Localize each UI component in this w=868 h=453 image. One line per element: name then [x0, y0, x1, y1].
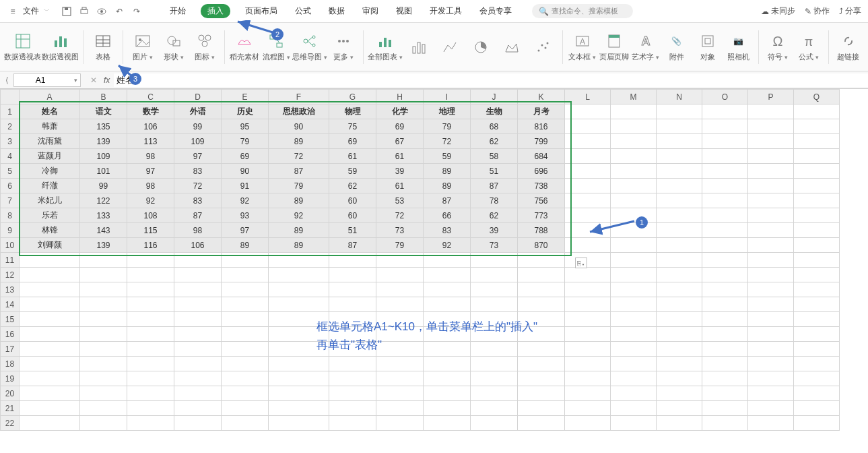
cell[interactable]	[657, 179, 702, 193]
cell[interactable]	[269, 297, 329, 312]
cell[interactable]	[518, 253, 565, 268]
cell[interactable]: 89	[424, 179, 471, 193]
cell[interactable]	[748, 268, 794, 282]
cell[interactable]: 87	[424, 193, 471, 208]
cell[interactable]: 69	[329, 134, 376, 149]
cell[interactable]	[611, 342, 657, 357]
cell[interactable]: 米妃儿	[20, 193, 80, 208]
cell[interactable]	[424, 282, 471, 297]
cell[interactable]	[702, 193, 748, 208]
tab-start[interactable]: 开始	[167, 4, 189, 18]
cell[interactable]	[565, 149, 611, 164]
cell[interactable]: 108	[127, 208, 174, 223]
cell[interactable]: 83	[174, 164, 222, 179]
cell[interactable]	[657, 149, 702, 164]
cell[interactable]	[80, 312, 127, 327]
cell[interactable]	[702, 104, 748, 119]
cell[interactable]: 历史	[222, 104, 269, 119]
save-icon[interactable]	[61, 5, 73, 18]
cell[interactable]	[127, 253, 174, 268]
cell[interactable]	[794, 297, 840, 312]
symbol-button[interactable]: Ω符号▾	[764, 30, 792, 63]
share-button[interactable]: ⤴分享	[839, 5, 861, 17]
cell[interactable]	[794, 386, 840, 401]
cell[interactable]	[657, 193, 702, 208]
cell[interactable]	[611, 149, 657, 164]
cell[interactable]: 97	[127, 164, 174, 179]
tab-view[interactable]: 视图	[393, 4, 415, 18]
cell[interactable]	[127, 327, 174, 342]
cell[interactable]: 83	[424, 223, 471, 238]
cell[interactable]: 61	[376, 179, 424, 193]
cell[interactable]	[174, 401, 222, 416]
cell[interactable]: 90	[222, 164, 269, 179]
cell[interactable]: 78	[471, 193, 518, 208]
cell[interactable]	[565, 104, 611, 119]
cell[interactable]	[794, 208, 840, 223]
cell[interactable]: 109	[174, 134, 222, 149]
cell[interactable]	[329, 401, 376, 416]
cell[interactable]	[20, 282, 80, 297]
cell[interactable]	[565, 238, 611, 253]
cell[interactable]	[748, 297, 794, 312]
cell[interactable]	[376, 268, 424, 282]
col-header[interactable]: E	[222, 90, 269, 104]
cell[interactable]	[794, 238, 840, 253]
cell[interactable]	[127, 357, 174, 371]
cell[interactable]	[222, 371, 269, 386]
cell[interactable]	[748, 327, 794, 342]
cell[interactable]	[222, 312, 269, 327]
cell[interactable]: 109	[80, 149, 127, 164]
name-box-input[interactable]	[17, 76, 64, 85]
cell[interactable]: 69	[376, 119, 424, 134]
row-header[interactable]: 11	[1, 253, 20, 268]
cell[interactable]	[702, 268, 748, 282]
cell[interactable]	[174, 297, 222, 312]
cell[interactable]	[174, 357, 222, 371]
picture-button[interactable]: 图片▾	[129, 30, 157, 63]
cell[interactable]: 799	[518, 134, 565, 149]
cell[interactable]: 思想政治	[269, 104, 329, 119]
cell[interactable]	[748, 401, 794, 416]
cell[interactable]: 99	[174, 119, 222, 134]
cell[interactable]: 98	[174, 223, 222, 238]
cell[interactable]	[702, 371, 748, 386]
cell[interactable]	[702, 297, 748, 312]
cell[interactable]	[748, 312, 794, 327]
pivot-table-button[interactable]: 数据透视表	[5, 30, 40, 63]
cell[interactable]: 53	[376, 193, 424, 208]
cell[interactable]	[702, 119, 748, 134]
col-header[interactable]: H	[376, 90, 424, 104]
row-header[interactable]: 7	[1, 193, 20, 208]
col-header[interactable]: Q	[794, 90, 840, 104]
cell[interactable]: 115	[127, 223, 174, 238]
cell[interactable]: 乐若	[20, 208, 80, 223]
icons-button[interactable]: 图标▾	[191, 30, 219, 63]
cell[interactable]	[657, 208, 702, 223]
cell[interactable]	[657, 371, 702, 386]
cell[interactable]	[80, 401, 127, 416]
cell[interactable]	[748, 208, 794, 223]
cell[interactable]: 39	[376, 164, 424, 179]
row-header[interactable]: 16	[1, 327, 20, 342]
cell[interactable]: 蓝颜月	[20, 149, 80, 164]
cell[interactable]: 89	[222, 238, 269, 253]
cell[interactable]: 62	[471, 208, 518, 223]
cell[interactable]	[565, 253, 611, 268]
cell[interactable]: 66	[424, 208, 471, 223]
cell[interactable]	[702, 416, 748, 431]
cell[interactable]: 纤澈	[20, 179, 80, 193]
file-dropdown-icon[interactable]: ﹀	[44, 7, 50, 16]
col-header[interactable]: F	[269, 90, 329, 104]
cell[interactable]	[518, 401, 565, 416]
cell[interactable]	[794, 371, 840, 386]
cell[interactable]	[794, 193, 840, 208]
fx-icon[interactable]: fx	[104, 76, 110, 85]
cell[interactable]	[222, 253, 269, 268]
cell[interactable]	[565, 193, 611, 208]
cell[interactable]: 143	[80, 223, 127, 238]
cell[interactable]	[702, 312, 748, 327]
row-header[interactable]: 5	[1, 164, 20, 179]
cell[interactable]	[174, 386, 222, 401]
cell[interactable]	[269, 282, 329, 297]
